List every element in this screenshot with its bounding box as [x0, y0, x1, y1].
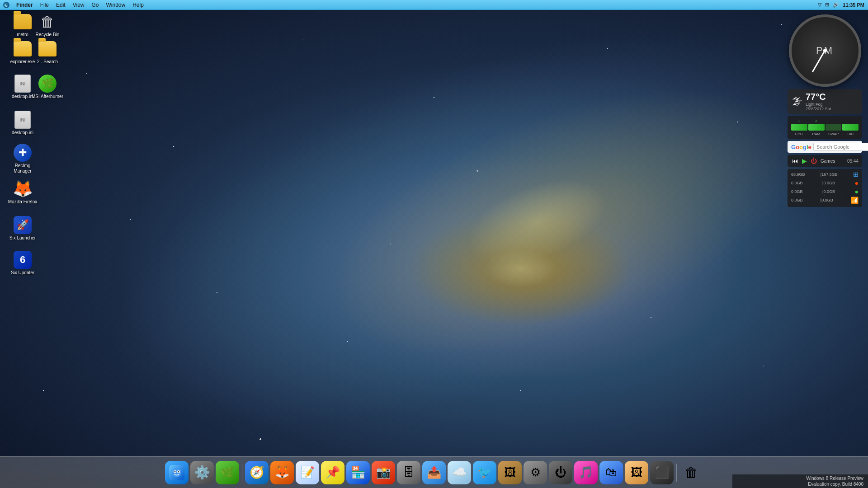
dock-trash[interactable]: 🗑	[679, 461, 703, 484]
six-updater-icon-img: 6	[14, 251, 32, 269]
play-button[interactable]: ▶	[801, 157, 808, 164]
menubar-view[interactable]: View	[69, 0, 88, 9]
weather-info: 77°C Light Fog 7/28/2012 Sat	[806, 92, 831, 111]
dock-finder[interactable]	[165, 461, 189, 484]
svg-text:☯: ☯	[4, 2, 9, 8]
dock-cloud[interactable]: ☁️	[448, 461, 471, 484]
statusbar-line1: Windows 8 Release Preview	[806, 475, 863, 481]
menubar: ☯ Finder File Edit View Go Window Help ▽…	[0, 0, 868, 10]
dock-msi[interactable]: 🌿	[216, 461, 239, 484]
menubar-help[interactable]: Help	[129, 0, 147, 9]
desktop-icon-search[interactable]: 2 - Search	[29, 40, 66, 65]
menubar-edit[interactable]: Edit	[52, 0, 69, 9]
desktop-background	[0, 0, 868, 488]
svg-point-6	[175, 471, 176, 472]
sysmon-label-row: CPU RAM SWAP BAT	[791, 132, 859, 136]
recycle-bin-icon-img: 🗑	[38, 13, 57, 31]
drive-4-icon: 📶	[851, 197, 859, 204]
menubar-file[interactable]: File	[37, 0, 52, 9]
six-launcher-icon-img: 🚀	[14, 216, 32, 234]
clock-center-dot	[823, 49, 827, 52]
metro-icon-img	[14, 13, 32, 31]
firefox-icon-img: 🦊	[14, 180, 32, 198]
menubar-finder[interactable]: Finder	[13, 0, 37, 9]
drive-2-icon: ●	[855, 179, 859, 187]
desktop-icon-firefox[interactable]: 🦊 Mozilla Firefox	[5, 180, 41, 205]
metro-label: metro	[17, 32, 28, 38]
clock-minute-hand	[812, 50, 826, 72]
reclimg-label: RecImg Manager	[6, 163, 40, 174]
menubar-window[interactable]: Window	[103, 0, 129, 9]
menubar-display-icon: ⊞	[825, 2, 829, 8]
svg-point-7	[178, 471, 179, 472]
dock-firefox[interactable]: 🦊	[270, 461, 294, 484]
dock-capture[interactable]: 📸	[372, 461, 395, 484]
sysmon-widget: 1 2 CPU RAM SWAP BAT	[788, 116, 862, 139]
drive-2-info2: |0.0GB	[822, 181, 835, 185]
weather-widget: 🌫 77°C Light Fog 7/28/2012 Sat	[788, 89, 862, 114]
apple-menu[interactable]: ☯	[0, 0, 13, 10]
weather-description: Light Fog	[806, 102, 831, 107]
ini2-label: desktop.ini	[12, 130, 33, 136]
menubar-time: 11:35 PM	[843, 2, 864, 8]
dock-scripts[interactable]: ⚙	[524, 461, 547, 484]
dock-safari[interactable]: 🧭	[245, 461, 269, 484]
msi-label: MSI Afterburner	[32, 94, 63, 99]
statusbar-text: Windows 8 Release Preview Evaluation cop…	[806, 475, 863, 487]
desktop-icon-reclimg[interactable]: ✚ RecImg Manager	[5, 144, 41, 174]
dock-stickies[interactable]: 📌	[321, 461, 344, 484]
drive-2-info: 0.0GB	[791, 181, 803, 185]
desktop-icon-recycle-bin[interactable]: 🗑 Recycle Bin	[29, 13, 66, 38]
drive-3-info: 0.0GB	[791, 189, 803, 194]
dock-twitter[interactable]: 🐦	[473, 461, 496, 484]
drive-3-info2: |0.0GB	[822, 189, 835, 194]
dock-preview[interactable]: 🖼	[625, 461, 648, 484]
clock-widget: PM	[789, 14, 861, 87]
ram-bar	[808, 124, 825, 131]
prev-button[interactable]: ⏮	[791, 157, 799, 164]
power-button[interactable]: ⏻	[810, 157, 818, 164]
drive-row-2: 0.0GB |0.0GB ●	[791, 179, 859, 187]
dock-appstore[interactable]: 🏪	[346, 461, 370, 484]
recycle-bin-label: Recycle Bin	[36, 32, 60, 38]
menubar-expand-icon: ▽	[818, 2, 821, 8]
google-widget: Google 🔍	[788, 141, 862, 153]
drive-4-info: 0.0GB	[791, 198, 803, 202]
reclimg-icon-img: ✚	[14, 144, 32, 162]
media-widget: ⏮ ▶ ⏻ Games 05:44	[788, 155, 862, 167]
dock-itunes[interactable]: 🎵	[574, 461, 598, 484]
menubar-volume-icon: 🔊	[833, 2, 839, 8]
dock-power[interactable]: ⏻	[549, 461, 572, 484]
right-panel: PM 🌫 77°C Light Fog 7/28/2012 Sat 1 2	[785, 13, 864, 209]
statusbar: Windows 8 Release Preview Evaluation cop…	[732, 474, 868, 488]
dock-photos[interactable]: 🖼	[498, 461, 522, 484]
drive-row-1: 68.6GB |167.5GB ⊞	[791, 171, 859, 178]
search-folder-label: 2 - Search	[37, 59, 58, 65]
dock-textedit[interactable]: 📝	[296, 461, 319, 484]
google-search-input[interactable]	[813, 143, 868, 151]
menubar-right-section: ▽ ⊞ 🔊 11:35 PM	[818, 2, 868, 8]
media-controls: ⏮ ▶ ⏻	[791, 157, 818, 164]
dock-db[interactable]: 🗄	[397, 461, 420, 484]
ini2-icon-img: INI	[14, 111, 32, 129]
dock-share[interactable]: 📤	[422, 461, 446, 484]
menubar-go[interactable]: Go	[88, 0, 103, 9]
six-launcher-label: Six Launcher	[9, 235, 36, 241]
dock-separator-2	[676, 464, 677, 482]
dock-appstore2[interactable]: 🛍	[599, 461, 623, 484]
bat-bar	[842, 124, 859, 131]
ini1-icon-img: INI	[14, 75, 32, 93]
drive-row-3: 0.0GB |0.0GB ●	[791, 188, 859, 195]
desktop-icon-six-updater[interactable]: 6 Six Updater	[5, 251, 41, 276]
dock-qrcode[interactable]: ⬛	[650, 461, 674, 484]
swap-bar	[826, 124, 842, 131]
dock-system-prefs[interactable]: ⚙️	[190, 461, 214, 484]
cpu-bar	[791, 124, 807, 131]
ram-label: RAM	[808, 132, 824, 136]
desktop-icon-six-launcher[interactable]: 🚀 Six Launcher	[5, 216, 41, 241]
drive-widget: 68.6GB |167.5GB ⊞ 0.0GB |0.0GB ● 0.0GB |…	[788, 169, 862, 207]
desktop-icon-msi[interactable]: 🌿 MSI Afterburner	[29, 75, 66, 99]
desktop-icon-ini2[interactable]: INI desktop.ini	[5, 111, 41, 136]
weather-temperature: 77°C	[806, 92, 831, 102]
explorer-icon-img	[14, 40, 32, 58]
